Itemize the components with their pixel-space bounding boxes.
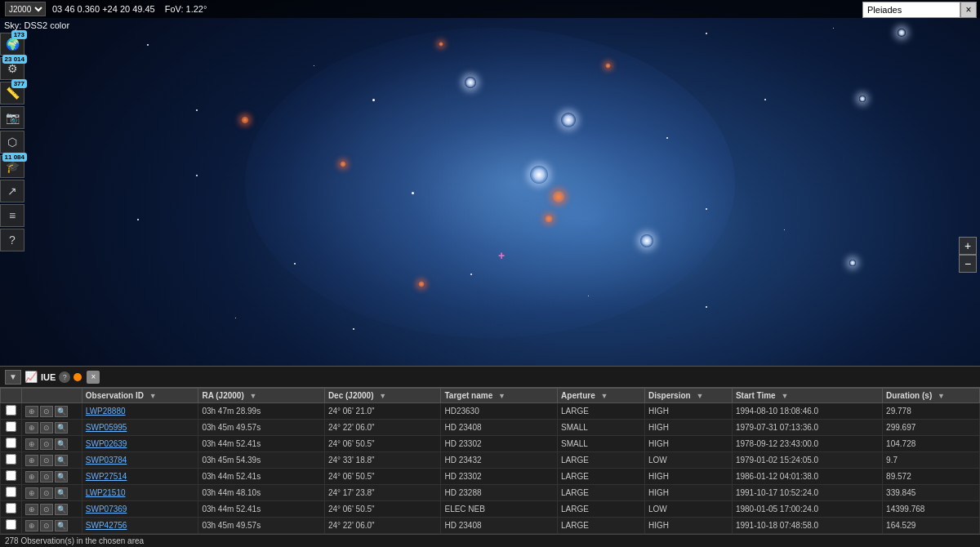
row-zoom-button[interactable]: ⊙ — [40, 422, 53, 434]
layers-button[interactable]: 🌍 173 — [0, 33, 24, 56]
filter-ra-icon[interactable]: ▼ — [250, 392, 257, 400]
star — [706, 208, 707, 210]
camera-button[interactable]: 📷 — [0, 106, 24, 129]
menu-button[interactable]: ≡ — [0, 204, 24, 227]
row-checkbox[interactable] — [6, 470, 16, 481]
row-checkbox[interactable] — [6, 519, 16, 530]
row-checkbox[interactable] — [6, 405, 16, 416]
star-orange — [241, 116, 249, 124]
filter-start-icon[interactable]: ▼ — [781, 392, 788, 400]
panel-header: ▼ 📈 IUE ? × — [0, 367, 980, 388]
row-checkbox[interactable] — [6, 438, 16, 448]
row-zoom-button[interactable]: ⊙ — [40, 471, 53, 483]
obsid-link[interactable]: SWP02639 — [86, 439, 127, 448]
row-dec: 24° 22' 06.0" — [324, 518, 441, 534]
zoom-in-button[interactable]: + — [959, 237, 977, 255]
row-start: 1978-09-12 23:43:00.0 — [732, 436, 882, 452]
search-input[interactable] — [862, 2, 960, 18]
filter-obsid-icon[interactable]: ▼ — [149, 392, 157, 400]
filter-aperture-icon[interactable]: ▼ — [601, 392, 608, 400]
panel-help-badge[interactable]: ? — [59, 371, 70, 383]
table-header-row: Observation ID ▼ RA (J2000) ▼ Dec (J2000… — [1, 389, 980, 403]
row-target-button[interactable]: ⊕ — [25, 504, 38, 515]
row-search-button[interactable]: 🔍 — [55, 471, 68, 483]
catalog-button[interactable]: ⚙ 23 014 — [0, 57, 24, 80]
row-actions: ⊕ ⊙ 🔍 — [22, 501, 82, 518]
row-ra: 03h 45m 54.39s — [198, 452, 324, 469]
obsid-link[interactable]: SWP42756 — [86, 521, 127, 530]
row-target-button[interactable]: ⊕ — [25, 471, 38, 483]
measure-icon: 📏 — [6, 87, 20, 100]
zoom-out-button[interactable]: − — [959, 255, 977, 273]
row-dispersion: LOW — [645, 452, 733, 469]
row-start: 1991-10-18 07:48:58.0 — [732, 518, 882, 534]
row-target-button[interactable]: ⊕ — [25, 438, 38, 450]
row-target-button[interactable]: ⊕ — [25, 406, 38, 417]
measure-button[interactable]: 📏 377 — [0, 82, 24, 105]
nebula-glow — [245, 28, 735, 338]
search-box[interactable]: × — [862, 2, 977, 18]
row-zoom-button[interactable]: ⊙ — [40, 406, 53, 417]
col-ra: RA (J2000) ▼ — [198, 389, 324, 403]
table-row: ⊕ ⊙ 🔍 LWP21510 03h 44m 48.10s 24° 17' 23… — [1, 485, 980, 501]
star — [412, 192, 414, 194]
row-search-button[interactable]: 🔍 — [55, 487, 68, 499]
obsid-link[interactable]: SWP03784 — [86, 456, 127, 465]
row-zoom-button[interactable]: ⊙ — [40, 487, 53, 499]
obsid-link[interactable]: SWP27514 — [86, 472, 127, 481]
zoom-controls: + − — [959, 237, 977, 273]
row-dec: 24° 06' 21.0" — [324, 403, 441, 420]
row-duration: 89.572 — [883, 469, 980, 485]
table-container[interactable]: Observation ID ▼ RA (J2000) ▼ Dec (J2000… — [0, 388, 980, 534]
star — [196, 175, 198, 176]
row-search-button[interactable]: 🔍 — [55, 406, 68, 417]
info-button[interactable]: 🎓 11 084 — [0, 155, 24, 178]
row-actions: ⊕ ⊙ 🔍 — [22, 469, 82, 485]
filter-dur-icon[interactable]: ▼ — [938, 392, 945, 400]
question-icon: ? — [9, 233, 16, 247]
row-target-button[interactable]: ⊕ — [25, 422, 38, 434]
row-start: 1980-01-05 17:00:24.0 — [732, 501, 882, 518]
row-target-button[interactable]: ⊕ — [25, 520, 38, 531]
row-zoom-button[interactable]: ⊙ — [40, 504, 53, 515]
panel-status-dot — [74, 373, 82, 381]
obsid-link[interactable]: LWP28880 — [86, 407, 126, 416]
help-button[interactable]: ? — [0, 229, 24, 251]
row-obsid: SWP27514 — [82, 469, 198, 485]
panel-title: IUE — [41, 372, 56, 382]
row-checkbox[interactable] — [6, 503, 16, 514]
coordinates: 03 46 0.360 +24 20 49.45 — [52, 4, 155, 14]
row-zoom-button[interactable]: ⊙ — [40, 438, 53, 450]
col-dispersion: Dispersion ▼ — [645, 389, 733, 403]
row-duration: 29.778 — [883, 403, 980, 420]
obsid-link[interactable]: SWP07369 — [86, 505, 127, 514]
filter-target-icon[interactable]: ▼ — [498, 392, 506, 400]
obsid-link[interactable]: LWP21510 — [86, 488, 126, 497]
row-target-button[interactable]: ⊕ — [25, 455, 38, 466]
row-zoom-button[interactable]: ⊙ — [40, 520, 53, 531]
row-target-button[interactable]: ⊕ — [25, 487, 38, 499]
row-search-button[interactable]: 🔍 — [55, 438, 68, 450]
row-actions: ⊕ ⊙ 🔍 — [22, 485, 82, 501]
table-row: ⊕ ⊙ 🔍 SWP05995 03h 45m 49.57s 24° 22' 06… — [1, 420, 980, 436]
row-checkbox[interactable] — [6, 421, 16, 432]
row-checkbox[interactable] — [6, 454, 16, 465]
row-duration: 339.845 — [883, 485, 980, 501]
row-search-button[interactable]: 🔍 — [55, 422, 68, 434]
search-close-button[interactable]: × — [960, 2, 977, 18]
col-actions — [22, 389, 82, 403]
row-search-button[interactable]: 🔍 — [55, 520, 68, 531]
panel-expand-button[interactable]: ▼ — [5, 370, 21, 385]
filter-dec-icon[interactable]: ▼ — [379, 392, 386, 400]
3d-button[interactable]: ⬡ — [0, 131, 24, 153]
star-bright — [849, 260, 856, 266]
filter-disp-icon[interactable]: ▼ — [696, 392, 703, 400]
epoch-select[interactable]: J2000 — [5, 2, 46, 16]
obsid-link[interactable]: SWP05995 — [86, 423, 127, 432]
row-zoom-button[interactable]: ⊙ — [40, 455, 53, 466]
panel-close-button[interactable]: × — [87, 371, 100, 384]
share-button[interactable]: ↗ — [0, 180, 24, 202]
row-search-button[interactable]: 🔍 — [55, 504, 68, 515]
row-checkbox[interactable] — [6, 487, 16, 497]
row-search-button[interactable]: 🔍 — [55, 455, 68, 466]
